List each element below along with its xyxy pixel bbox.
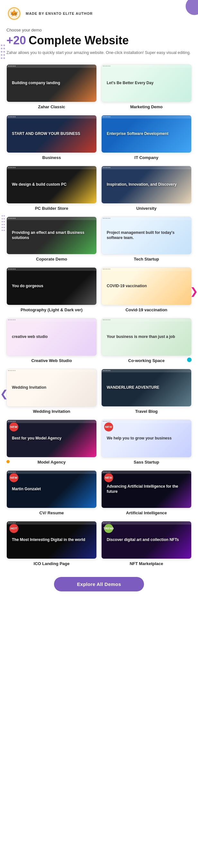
demo-item-web-studio[interactable]: creative web studioCreative Web Studio <box>6 318 97 363</box>
demo-item-pc-builder[interactable]: We design & build custom PCPC Builder St… <box>6 166 97 211</box>
demo-item-model-agency[interactable]: NEWBest for you Model AgencyModel Agency <box>6 420 97 465</box>
thumb-title-it-company: Enterprise Software Development <box>106 131 170 136</box>
thumb-overlay-model-agency: Best for you Model Agency <box>7 420 96 457</box>
left-arrow-deco: ❮ <box>0 388 8 399</box>
thumb-overlay-web-studio: creative web studio <box>7 318 96 355</box>
demo-item-zahar-classic[interactable]: Building company landingZahar Classic <box>6 64 97 109</box>
thumb-title-zahar-classic: Building company landing <box>10 81 61 86</box>
svg-point-26 <box>3 230 5 231</box>
svg-point-25 <box>2 230 3 231</box>
header-label: MADE BY ENVATO ELITE AUTHOR <box>26 11 93 16</box>
svg-point-17 <box>2 218 3 219</box>
demo-item-covid[interactable]: COVID-19 vaccinationCovid-19 vaccination <box>101 267 192 312</box>
demo-label-web-studio: Creative Web Studio <box>31 358 72 363</box>
demos-grid: Building company landingZahar ClassicLet… <box>0 61 198 572</box>
demo-item-sass-startup[interactable]: NEWWe help you to grow your businessSass… <box>101 420 192 465</box>
demo-thumb-cv-resume: NEWMartin Gonzalet <box>6 470 97 508</box>
thumb-overlay-tech-startup: Project management built for today's sof… <box>102 217 191 254</box>
demo-label-it-company: IT Company <box>134 155 158 160</box>
svg-point-23 <box>2 227 3 228</box>
choose-label: Choose your demo <box>6 28 192 32</box>
thumb-overlay-sass-startup: We help you to grow your business <box>102 420 191 457</box>
thumb-overlay-marketing-demo: Let's Be Better Every Day <box>102 65 191 102</box>
demo-item-marketing-demo[interactable]: Let's Be Better Every DayMarketing Demo <box>101 64 192 109</box>
thumb-overlay-pc-builder: We design & build custom PC <box>7 166 96 203</box>
demo-item-it-company[interactable]: Enterprise Software DevelopmentIT Compan… <box>101 115 192 160</box>
title-line: +20 Complete Website <box>6 34 192 47</box>
thumb-title-tech-startup: Project management built for today's sof… <box>106 230 188 240</box>
demo-item-artificial-intelligence[interactable]: NEWAdvancing Artificial Intelligence for… <box>101 470 192 515</box>
demo-label-zahar-classic: Zahar Classic <box>38 104 65 109</box>
svg-point-15 <box>2 215 3 217</box>
section-title: Complete Website <box>29 34 129 47</box>
demo-label-travel-blog: Travel Blog <box>135 409 158 414</box>
demo-item-ico-landing[interactable]: HOTThe Most Interesting Digital in the w… <box>6 521 97 566</box>
demo-thumb-web-studio: creative web studio <box>6 318 97 356</box>
demo-label-wedding: Wedding Invitation <box>33 409 70 414</box>
header: ELITE MADE BY ENVATO ELITE AUTHOR <box>0 0 198 24</box>
badge-nft-marketplace: TREND <box>104 524 113 533</box>
intro-section: Choose your demo +20 Complete Website Za… <box>0 24 198 61</box>
demo-item-tech-startup[interactable]: Project management built for today's sof… <box>101 217 192 261</box>
explore-button[interactable]: Explore All Demos <box>54 577 144 591</box>
demo-label-coworking: Co-working Space <box>128 358 165 363</box>
demo-thumb-artificial-intelligence: NEWAdvancing Artificial Intelligence for… <box>101 470 192 508</box>
thumb-overlay-photography: You do gorgeous <box>7 268 96 305</box>
thumb-title-coworking: Your business is more than just a job <box>106 334 176 340</box>
demo-item-wedding[interactable]: Wedding InvitationWedding Invitation <box>6 369 97 414</box>
thumb-overlay-cv-resume: Martin Gonzalet <box>7 471 96 508</box>
thumb-title-marketing-demo: Let's Be Better Every Day <box>106 81 155 86</box>
demo-thumb-photography: You do gorgeous <box>6 267 97 305</box>
thumb-overlay-corporate-demo: Providing an effect and smart Business s… <box>7 217 96 254</box>
demo-item-coworking[interactable]: Your business is more than just a jobCo-… <box>101 318 192 363</box>
thumb-overlay-zahar-classic: Building company landing <box>7 65 96 102</box>
demo-label-covid: Covid-19 vaccination <box>125 307 167 312</box>
demo-item-corporate-demo[interactable]: Providing an effect and smart Business s… <box>6 217 97 261</box>
svg-point-24 <box>3 227 5 228</box>
demo-label-corporate-demo: Coporate Demo <box>36 257 67 261</box>
demo-label-nft-marketplace: NFT Marketplace <box>130 561 163 566</box>
demo-item-photography[interactable]: You do gorgeousPhotography (Light & Dark… <box>6 267 97 312</box>
demo-thumb-wedding: Wedding Invitation <box>6 369 97 407</box>
thumb-overlay-university: Inspiration, Innovation, and Discovery <box>102 166 191 203</box>
thumb-overlay-wedding: Wedding Invitation <box>7 369 96 406</box>
demos-grid-wrapper: ❯ ❮ Building company landingZahar Classi… <box>0 61 198 572</box>
svg-point-10 <box>3 51 5 53</box>
thumb-title-corporate-demo: Providing an effect and smart Business s… <box>10 230 92 240</box>
svg-point-16 <box>3 215 5 217</box>
orange-circle-deco <box>6 460 10 463</box>
demo-thumb-sass-startup: NEWWe help you to grow your business <box>101 420 192 458</box>
thumb-title-web-studio: creative web studio <box>10 334 49 340</box>
demo-thumb-zahar-classic: Building company landing <box>6 64 97 102</box>
demo-label-tech-startup: Tech Startup <box>134 257 159 261</box>
demo-thumb-it-company: Enterprise Software Development <box>101 115 192 153</box>
demo-item-cv-resume[interactable]: NEWMartin GonzaletCV/ Resume <box>6 470 97 515</box>
demo-label-pc-builder: PC Builder Store <box>35 206 68 211</box>
demo-item-nft-marketplace[interactable]: TRENDDiscover digital art and collection… <box>101 521 192 566</box>
demo-label-university: University <box>136 206 157 211</box>
thumb-overlay-artificial-intelligence: Advancing Artificial Intelligence for th… <box>102 471 191 508</box>
demo-label-ico-landing: ICO Landing Page <box>34 561 70 566</box>
svg-point-14 <box>3 58 5 59</box>
demo-thumb-marketing-demo: Let's Be Better Every Day <box>101 64 192 102</box>
demo-label-cv-resume: CV/ Resume <box>39 510 64 515</box>
demo-thumb-tech-startup: Project management built for today's sof… <box>101 217 192 254</box>
demo-count: +20 <box>6 34 26 47</box>
thumb-title-nft-marketplace: Discover digital art and collection NFTs <box>106 537 180 542</box>
svg-point-22 <box>3 224 5 225</box>
demo-label-artificial-intelligence: Artificial Intelligence <box>126 510 167 515</box>
demo-item-travel-blog[interactable]: WANDERLURE ADVENTURETravel Blog <box>101 369 192 414</box>
svg-point-5 <box>1 45 3 46</box>
demo-item-business[interactable]: START AND GROW YOUR BUSINESSBusiness <box>6 115 97 160</box>
demo-thumb-covid: COVID-19 vaccination <box>101 267 192 305</box>
demo-label-photography: Photography (Light & Dark ver) <box>21 307 83 312</box>
demo-item-university[interactable]: Inspiration, Innovation, and DiscoveryUn… <box>101 166 192 211</box>
badge-model-agency: NEW <box>9 423 18 431</box>
demo-thumb-travel-blog: WANDERLURE ADVENTURE <box>101 369 192 407</box>
decoration-circle <box>186 0 198 15</box>
demo-thumb-nft-marketplace: TRENDDiscover digital art and collection… <box>101 521 192 559</box>
thumb-title-business: START AND GROW YOUR BUSINESS <box>10 131 81 136</box>
thumb-title-model-agency: Best for you Model Agency <box>10 436 63 441</box>
badge-sass-startup: NEW <box>104 423 113 431</box>
svg-point-8 <box>3 48 5 50</box>
